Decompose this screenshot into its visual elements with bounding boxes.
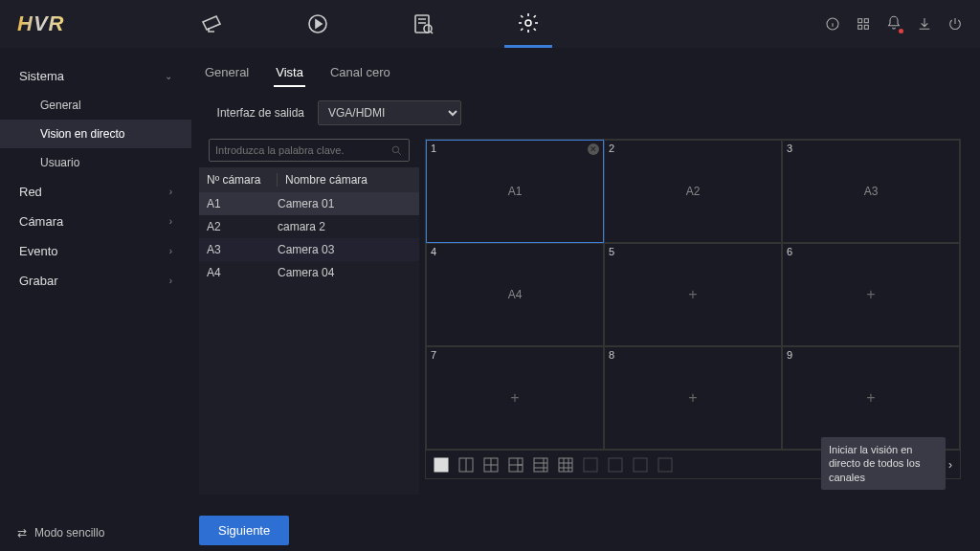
swap-icon: ⇄ bbox=[17, 526, 27, 540]
svg-rect-17 bbox=[609, 458, 622, 472]
simple-mode-toggle[interactable]: ⇄ Modo sencillo bbox=[0, 515, 191, 551]
layout-2-icon[interactable] bbox=[458, 457, 474, 473]
svg-point-9 bbox=[392, 146, 399, 153]
table-row[interactable]: A1Camera 01 bbox=[199, 192, 419, 215]
bell-icon[interactable] bbox=[886, 15, 902, 31]
svg-rect-7 bbox=[858, 25, 862, 29]
col-camera-id: Nº cámara bbox=[207, 173, 278, 187]
layout-extra1-icon[interactable] bbox=[583, 457, 598, 473]
svg-rect-6 bbox=[864, 19, 868, 23]
grid-cell[interactable]: 6+ bbox=[782, 243, 960, 346]
svg-rect-19 bbox=[658, 458, 672, 472]
table-row[interactable]: A3Camera 03 bbox=[199, 238, 419, 261]
search-icon[interactable] bbox=[390, 144, 403, 157]
grid-cell[interactable]: 9+ bbox=[782, 346, 960, 450]
grid-cell[interactable]: 4A4 bbox=[426, 243, 604, 346]
simple-mode-label: Modo sencillo bbox=[34, 526, 104, 540]
sidebar-group[interactable]: Sistema⌄ bbox=[0, 61, 191, 91]
col-camera-name: Nombre cámara bbox=[278, 173, 368, 187]
sidebar-group[interactable]: Red› bbox=[0, 177, 191, 207]
svg-rect-10 bbox=[434, 458, 448, 472]
grid-cell[interactable]: 7+ bbox=[426, 346, 604, 450]
search-input-wrap[interactable] bbox=[209, 139, 410, 162]
output-interface-select[interactable]: VGA/HDMI bbox=[318, 100, 461, 125]
grid-cell[interactable]: 1✕A1 bbox=[426, 140, 604, 243]
svg-rect-1 bbox=[415, 15, 429, 33]
tooltip-start-all: Iniciar la visión en directo de todos lo… bbox=[821, 437, 946, 490]
svg-rect-14 bbox=[534, 458, 547, 472]
layout-8-icon[interactable] bbox=[533, 457, 548, 473]
sidebar-item[interactable]: Vision en directo bbox=[0, 120, 191, 148]
layout-extra4-icon[interactable] bbox=[657, 457, 673, 473]
download-icon[interactable] bbox=[917, 16, 932, 32]
layout-extra3-icon[interactable] bbox=[633, 457, 648, 473]
nav-search[interactable] bbox=[399, 0, 447, 48]
grid-cell[interactable]: 8+ bbox=[604, 346, 782, 450]
grid-cell[interactable]: 2A2 bbox=[604, 140, 782, 243]
tab[interactable]: General bbox=[203, 59, 251, 87]
sidebar-item[interactable]: General bbox=[0, 91, 191, 120]
table-row[interactable]: A4Camera 04 bbox=[199, 261, 419, 284]
sidebar-group[interactable]: Grabar› bbox=[0, 266, 191, 296]
svg-rect-16 bbox=[584, 458, 597, 472]
search-input[interactable] bbox=[215, 144, 390, 156]
page-next[interactable]: › bbox=[948, 458, 952, 472]
grid-cell[interactable]: 3A3 bbox=[782, 140, 960, 243]
table-row[interactable]: A2camara 2 bbox=[199, 215, 419, 238]
svg-point-2 bbox=[424, 25, 432, 33]
sidebar: Sistema⌄GeneralVision en directoUsuarioR… bbox=[0, 48, 191, 551]
sidebar-group[interactable]: Evento› bbox=[0, 236, 191, 266]
grid-icon[interactable] bbox=[856, 16, 871, 32]
tab[interactable]: Vista bbox=[274, 59, 305, 87]
output-interface-label: Interfaz de salida bbox=[199, 106, 304, 120]
nav-playback[interactable] bbox=[294, 0, 342, 48]
power-icon[interactable] bbox=[947, 16, 963, 32]
sidebar-item[interactable]: Usuario bbox=[0, 148, 191, 177]
svg-rect-5 bbox=[858, 19, 862, 23]
info-icon[interactable] bbox=[825, 16, 840, 32]
layout-3x3-icon[interactable] bbox=[558, 457, 573, 473]
tabs: GeneralVistaCanal cero bbox=[199, 59, 961, 87]
layout-2x2-icon[interactable] bbox=[483, 457, 499, 473]
next-button[interactable]: Siguiente bbox=[199, 516, 289, 545]
close-icon[interactable]: ✕ bbox=[588, 143, 599, 155]
tab[interactable]: Canal cero bbox=[328, 59, 392, 87]
camera-table-header: Nº cámara Nombre cámara bbox=[199, 167, 419, 192]
layout-1x1-icon[interactable] bbox=[434, 457, 449, 473]
svg-rect-8 bbox=[864, 25, 868, 29]
layout-extra2-icon[interactable] bbox=[608, 457, 623, 473]
nav-camera[interactable] bbox=[189, 0, 236, 48]
layout-6-icon[interactable] bbox=[508, 457, 523, 473]
nav-settings[interactable] bbox=[504, 0, 552, 48]
svg-rect-15 bbox=[559, 458, 572, 472]
svg-rect-18 bbox=[634, 458, 647, 472]
svg-point-3 bbox=[525, 20, 531, 26]
grid-cell[interactable]: 5+ bbox=[604, 243, 782, 346]
sidebar-group[interactable]: Cámara› bbox=[0, 207, 191, 236]
logo: HVR bbox=[17, 11, 64, 36]
